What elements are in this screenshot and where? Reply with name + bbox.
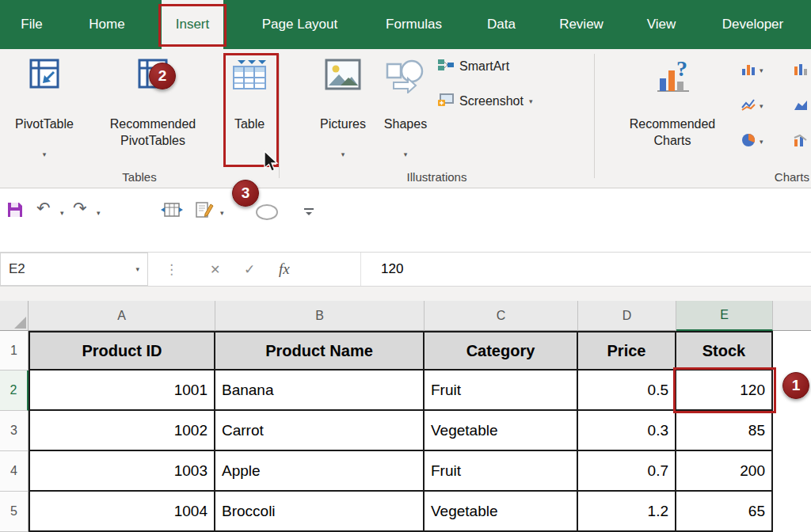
pivottable-label: PivotTable <box>15 116 74 150</box>
name-box[interactable]: E2 ▾ <box>0 253 148 286</box>
tab-home[interactable]: Home <box>79 0 135 49</box>
smartart-button[interactable]: SmartArt <box>438 57 532 76</box>
chevron-down-icon: ▾ <box>760 138 763 146</box>
cancel-button[interactable]: ✕ <box>210 253 220 286</box>
insert-function-button[interactable]: fx <box>279 253 290 286</box>
save-button[interactable] <box>6 201 24 218</box>
redo-button[interactable]: ↷ <box>73 200 87 217</box>
undo-dropdown-icon[interactable]: ▾ <box>60 209 64 217</box>
bar-chart-icon <box>794 63 808 78</box>
cell-E3[interactable]: 85 <box>676 411 773 451</box>
cell-D3[interactable]: 0.3 <box>578 411 676 451</box>
column-chart-button[interactable]: ▾ <box>741 62 763 79</box>
table-button[interactable]: Table <box>222 49 277 150</box>
cell-C3[interactable]: Vegetable <box>425 411 578 451</box>
cell-E5[interactable]: 65 <box>676 492 773 532</box>
shapes-button[interactable]: Shapes ▾ <box>378 49 433 158</box>
col-header-d[interactable]: D <box>578 301 676 331</box>
chevron-down-icon: ▾ <box>43 150 47 158</box>
pivottable-icon <box>29 59 59 95</box>
undo-button[interactable]: ↶ <box>36 200 51 217</box>
formula-bar-grip[interactable]: ⋮ <box>165 253 178 286</box>
chevron-down-icon: ▾ <box>404 150 408 158</box>
area-chart-button-clipped[interactable] <box>794 97 808 115</box>
row-header-5[interactable]: 5 <box>0 492 29 532</box>
cell-A3[interactable]: 1002 <box>29 411 215 451</box>
scatter-chart-button[interactable]: ▾ <box>741 97 763 115</box>
cell-A1[interactable]: Product ID <box>29 331 215 370</box>
cell-C5[interactable]: Vegetable <box>425 492 578 532</box>
tab-developer[interactable]: Developer <box>711 0 794 49</box>
recommended-charts-button[interactable]: ? Recommended Charts <box>610 49 735 150</box>
pivottable-button[interactable]: PivotTable ▾ <box>5 49 84 158</box>
cell-B4[interactable]: Apple <box>215 451 425 492</box>
tab-page-layout[interactable]: Page Layout <box>250 0 349 49</box>
combo-chart-button-clipped[interactable] <box>794 133 808 150</box>
name-box-dropdown-icon[interactable]: ▾ <box>135 265 139 273</box>
pictures-label: Pictures <box>320 116 366 150</box>
cell-C4[interactable]: Fruit <box>425 451 578 492</box>
cell-A5[interactable]: 1004 <box>29 492 215 532</box>
tab-insert[interactable]: Insert <box>162 0 223 49</box>
recommended-pivottables-button[interactable]: Recommended PivotTables <box>86 49 220 150</box>
edit-form-button[interactable] <box>195 201 214 218</box>
col-header-e[interactable]: E <box>676 301 773 331</box>
row-header-1[interactable]: 1 <box>0 331 29 370</box>
row-header-2[interactable]: 2 <box>0 370 29 411</box>
bar-chart-icon <box>741 63 756 78</box>
cell-B2[interactable]: Banana <box>215 370 425 411</box>
grid-arrows-button[interactable] <box>161 201 183 218</box>
cell-B3[interactable]: Carrot <box>215 411 425 451</box>
edit-form-dropdown-icon[interactable]: ▾ <box>220 209 224 217</box>
tab-formulas[interactable]: Formulas <box>376 0 451 49</box>
cell-B1[interactable]: Product Name <box>215 331 425 370</box>
col-header-b[interactable]: B <box>215 301 425 331</box>
row-header-3[interactable]: 3 <box>0 411 29 451</box>
enter-button[interactable]: ✓ <box>244 253 255 286</box>
tab-file[interactable]: File <box>11 0 52 49</box>
pictures-button[interactable]: Pictures ▾ <box>313 49 373 158</box>
formula-input[interactable]: 120 <box>360 253 811 286</box>
cell-E2-selected[interactable]: 120 <box>676 370 773 411</box>
screenshot-button[interactable]: Screenshot ▾ <box>438 92 532 111</box>
select-all-corner[interactable] <box>0 301 29 331</box>
cell-D2[interactable]: 0.5 <box>578 370 676 411</box>
col-header-a[interactable]: A <box>29 301 215 331</box>
pie-chart-button[interactable]: ▾ <box>741 133 763 150</box>
tab-review[interactable]: Review <box>551 0 611 49</box>
redo-dropdown-icon[interactable]: ▾ <box>97 209 101 217</box>
cell-blank[interactable] <box>773 331 811 370</box>
scatter-chart-icon <box>741 98 756 114</box>
cell-blank[interactable] <box>773 451 811 492</box>
smartart-label: SmartArt <box>459 59 509 74</box>
row-header-4[interactable]: 4 <box>0 451 29 492</box>
cell-A2[interactable]: 1001 <box>29 370 215 411</box>
cell-blank[interactable] <box>773 411 811 451</box>
cell-C2[interactable]: Fruit <box>425 370 578 411</box>
table-label: Table <box>234 116 265 150</box>
select-all-triangle-icon <box>14 317 26 329</box>
customize-qat-button[interactable] <box>303 207 314 217</box>
cell-D4[interactable]: 0.7 <box>578 451 676 492</box>
cell-B5[interactable]: Broccoli <box>215 492 425 532</box>
cell-E4[interactable]: 200 <box>676 451 773 492</box>
step-badge-3: 3 <box>232 180 259 207</box>
cell-blank[interactable] <box>773 492 811 532</box>
cell-C1[interactable]: Category <box>425 331 578 370</box>
bar-chart-button-clipped[interactable] <box>794 62 808 79</box>
cell-A4[interactable]: 1003 <box>29 451 215 492</box>
cell-E1[interactable]: Stock <box>676 331 773 370</box>
chevron-down-icon: ▾ <box>760 66 763 74</box>
cell-D5[interactable]: 1.2 <box>578 492 676 532</box>
charts-group: ? Recommended Charts ▾ ▾ <box>595 49 811 188</box>
pictures-icon <box>325 59 361 95</box>
tab-view[interactable]: View <box>638 0 684 49</box>
excel-window: File Home Insert Page Layout Formulas Da… <box>0 0 811 532</box>
oval-shape-button[interactable] <box>255 203 279 221</box>
chevron-down-icon: ▾ <box>529 97 533 105</box>
col-header-c[interactable]: C <box>425 301 578 331</box>
tab-data[interactable]: Data <box>478 0 524 49</box>
ribbon-tab-bar: File Home Insert Page Layout Formulas Da… <box>0 0 811 49</box>
quick-access-toolbar: ↶ ▾ ↷ ▾ ▾ <box>0 188 811 252</box>
cell-D1[interactable]: Price <box>578 331 676 370</box>
